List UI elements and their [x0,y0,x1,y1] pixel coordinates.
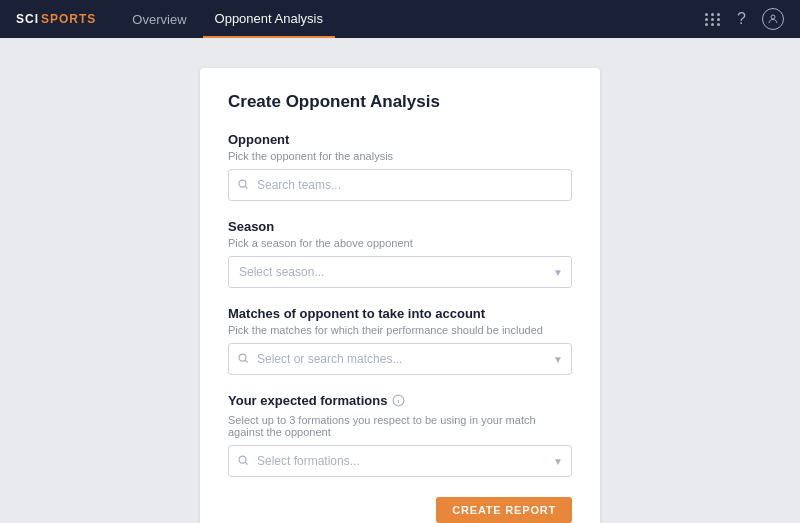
opponent-desc: Pick the opponent for the analysis [228,150,572,162]
season-label: Season [228,219,572,234]
card-title: Create Opponent Analysis [228,92,572,112]
season-section: Season Pick a season for the above oppon… [228,219,572,288]
formations-label: Your expected formations [228,393,387,408]
matches-desc: Pick the matches for which their perform… [228,324,572,336]
brand-sci: SCI [16,12,39,26]
season-select[interactable]: Select season... [228,256,572,288]
season-select-wrapper: Select season... ▼ [228,256,572,288]
formations-search-input[interactable] [228,445,572,477]
brand-sports: SPORTS [41,12,96,26]
navbar: SCI SPORTS Overview Opponent Analysis ? [0,0,800,38]
matches-search-input[interactable] [228,343,572,375]
nav-item-opponent-analysis[interactable]: Opponent Analysis [203,0,335,38]
navbar-right: ? [705,8,784,30]
opponent-input-wrapper [228,169,572,201]
create-form-card: Create Opponent Analysis Opponent Pick t… [200,68,600,523]
grid-icon[interactable] [705,13,721,26]
formations-section: Your expected formations Select up to 3 … [228,393,572,477]
formations-desc: Select up to 3 formations you respect to… [228,414,572,438]
formations-label-row: Your expected formations [228,393,572,411]
brand-logo: SCI SPORTS [16,12,96,26]
opponent-search-input[interactable] [228,169,572,201]
help-icon[interactable]: ? [737,10,746,28]
season-desc: Pick a season for the above opponent [228,237,572,249]
opponent-section: Opponent Pick the opponent for the analy… [228,132,572,201]
matches-input-wrapper: ▼ [228,343,572,375]
opponent-label: Opponent [228,132,572,147]
formations-info-icon[interactable] [392,394,405,410]
nav-items: Overview Opponent Analysis [120,0,335,38]
main-content: Create Opponent Analysis Opponent Pick t… [0,38,800,523]
user-icon[interactable] [762,8,784,30]
matches-label: Matches of opponent to take into account [228,306,572,321]
formations-input-wrapper: ▼ [228,445,572,477]
nav-item-overview[interactable]: Overview [120,0,198,38]
create-report-button[interactable]: CREATE REPORT [436,497,572,523]
matches-section: Matches of opponent to take into account… [228,306,572,375]
svg-point-0 [771,15,775,19]
